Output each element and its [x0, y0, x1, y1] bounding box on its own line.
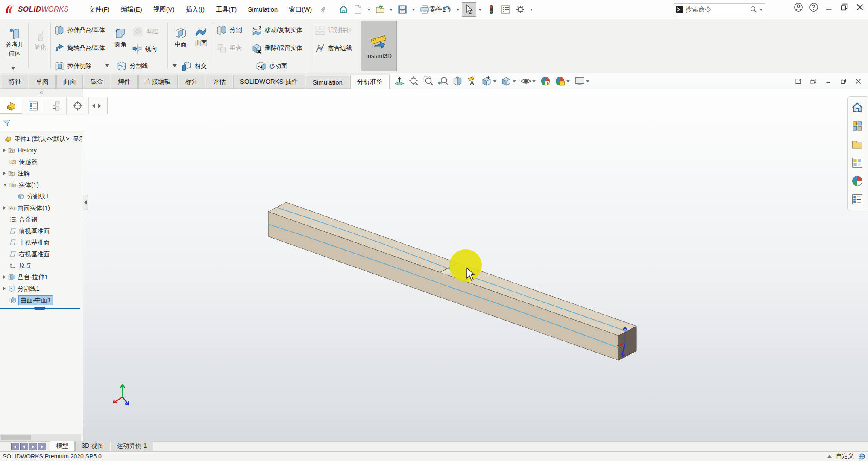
tab-analysis-preparation[interactable]: 分析准备: [350, 75, 390, 89]
tab-property-manager[interactable]: [22, 97, 44, 114]
display-style-icon[interactable]: [500, 75, 518, 88]
previous-tab-icon[interactable]: [20, 443, 28, 450]
tree-item-mid-surface1[interactable]: 曲面-中面1: [0, 295, 82, 306]
tree-item-boss-extrude1[interactable]: 凸台-拉伸1: [0, 271, 82, 283]
new-document-button[interactable]: [351, 2, 365, 17]
tab-features[interactable]: 特征: [2, 75, 28, 88]
zoom-to-fit-icon[interactable]: [408, 75, 420, 88]
extrude-cut-dropdown[interactable]: [105, 64, 109, 67]
tree-filter[interactable]: [0, 115, 83, 131]
command-search[interactable]: 搜索命令: [674, 3, 765, 15]
expand-arrow-icon[interactable]: [3, 149, 6, 152]
tab-model[interactable]: 模型: [50, 441, 75, 451]
extrude-boss-button[interactable]: 拉伸凸台/基体: [54, 25, 105, 36]
custom-properties-icon[interactable]: [848, 191, 867, 208]
collapse-arrow-icon[interactable]: [3, 184, 7, 186]
expand-arrow-icon[interactable]: [3, 172, 6, 175]
tree-item-surface-bodies[interactable]: 曲面实体(1): [0, 202, 82, 213]
options-list-button[interactable]: [499, 2, 513, 17]
fillet-button[interactable]: 圆角: [111, 27, 130, 49]
split-line-button[interactable]: 分割线: [116, 61, 148, 72]
dynamic-annotation-icon[interactable]: [466, 75, 478, 88]
open-button[interactable]: [373, 2, 387, 17]
search-dropdown[interactable]: [760, 9, 763, 11]
new-window-icon[interactable]: [810, 78, 817, 85]
settings-gear-button[interactable]: [513, 2, 528, 17]
panel-tabs-scroll-right-icon[interactable]: [98, 104, 101, 108]
reference-geometry-dropdown[interactable]: [11, 67, 15, 70]
tree-item-splitline1-body[interactable]: 分割线1: [0, 191, 82, 202]
doc-restore-icon[interactable]: [840, 78, 847, 85]
move-face-button[interactable]: 移动面: [255, 61, 287, 72]
extrude-cut-button[interactable]: 拉伸切除: [54, 61, 91, 72]
menu-insert[interactable]: 插入(I): [180, 3, 210, 16]
view-orientation-icon[interactable]: [480, 75, 498, 88]
minimize-icon[interactable]: [824, 3, 834, 12]
tab-markup[interactable]: 标注: [179, 75, 205, 88]
hide-show-items-icon[interactable]: [519, 75, 537, 88]
first-tab-icon[interactable]: [11, 443, 19, 450]
tree-item-top-plane[interactable]: 上视基准面: [0, 237, 82, 248]
tab-weldments[interactable]: 焊件: [111, 75, 138, 88]
next-tab-icon[interactable]: [29, 443, 37, 450]
tree-item-material[interactable]: 合金钢: [0, 214, 82, 225]
rebuild-button[interactable]: [484, 2, 499, 17]
pin-menu-icon[interactable]: [320, 6, 327, 13]
revolve-boss-button[interactable]: 旋转凸台/基体: [54, 43, 105, 54]
mid-surface-button[interactable]: 中面: [171, 27, 191, 49]
delete-keep-body-button[interactable]: 删除/保留实体: [251, 43, 302, 54]
help-icon[interactable]: [809, 3, 818, 12]
menu-file[interactable]: 文件(F): [83, 3, 115, 16]
split-line-more-dropdown[interactable]: [173, 64, 177, 67]
graphics-viewport[interactable]: [83, 89, 868, 441]
open-dropdown[interactable]: [390, 9, 393, 11]
tab-direct-editing[interactable]: 直接编辑: [138, 75, 178, 88]
select-tool-dropdown[interactable]: [478, 9, 482, 11]
tab-dimxpert-manager[interactable]: [67, 97, 89, 114]
view-palette-icon[interactable]: [848, 154, 867, 171]
globe-icon[interactable]: [858, 453, 865, 460]
section-view-icon[interactable]: [451, 75, 464, 88]
menu-window[interactable]: 窗口(W): [283, 3, 317, 16]
appearances-scenes-icon[interactable]: [848, 172, 867, 190]
tree-item-sensors[interactable]: 传感器: [0, 156, 82, 167]
menu-view[interactable]: 视图(V): [148, 3, 180, 16]
apply-scene-icon[interactable]: [554, 75, 572, 88]
tree-item-history[interactable]: History: [0, 145, 82, 156]
customize-label[interactable]: 自定义: [836, 452, 854, 460]
tree-item-origin[interactable]: 原点: [0, 260, 82, 271]
doc-close-icon[interactable]: [855, 78, 862, 85]
panel-horizontal-scrollbar[interactable]: [0, 434, 81, 441]
design-library-icon[interactable]: [848, 117, 867, 134]
tab-sketch[interactable]: 草图: [29, 75, 56, 88]
beam-model[interactable]: [268, 202, 636, 360]
panel-collapse-handle[interactable]: [83, 195, 88, 210]
tab-surfaces[interactable]: 曲面: [56, 75, 83, 88]
tree-item-front-plane[interactable]: 前视基准面: [0, 225, 82, 236]
tab-simulation[interactable]: Simulation: [306, 76, 349, 88]
panel-tabs-scroll-left-icon[interactable]: [92, 104, 95, 108]
tab-evaluate[interactable]: 评估: [206, 75, 232, 88]
new-document-dropdown[interactable]: [367, 9, 371, 11]
menu-edit[interactable]: 编辑(E): [115, 3, 148, 16]
expand-arrow-icon[interactable]: [3, 287, 6, 290]
edit-appearance-icon[interactable]: [539, 75, 552, 88]
expand-arrow-icon[interactable]: [3, 275, 6, 279]
previous-view-icon[interactable]: [437, 75, 449, 88]
tab-sheet-metal[interactable]: 钣金: [84, 75, 110, 88]
normal-to-icon[interactable]: [393, 75, 406, 88]
tab-motion-study[interactable]: 运动算例 1: [111, 441, 153, 451]
rollback-bar[interactable]: [0, 308, 80, 309]
panel-splitter[interactable]: [0, 89, 83, 97]
tab-addins[interactable]: SOLIDWORKS 插件: [233, 75, 305, 88]
tree-root-part[interactable]: 零件1 (默认<<默认>_显示状: [0, 133, 82, 144]
save-button[interactable]: [395, 2, 410, 17]
split-button[interactable]: 分割: [216, 25, 242, 36]
home-button[interactable]: [336, 2, 351, 17]
tab-configuration-manager[interactable]: [44, 97, 67, 114]
settings-gear-dropdown[interactable]: [530, 9, 533, 11]
heal-edges-button[interactable]: 愈合边线: [314, 43, 352, 54]
account-icon[interactable]: [794, 3, 803, 12]
tree-item-splitline1-feature[interactable]: 分割线1: [0, 283, 82, 294]
tree-item-right-plane[interactable]: 右视基准面: [0, 248, 82, 260]
